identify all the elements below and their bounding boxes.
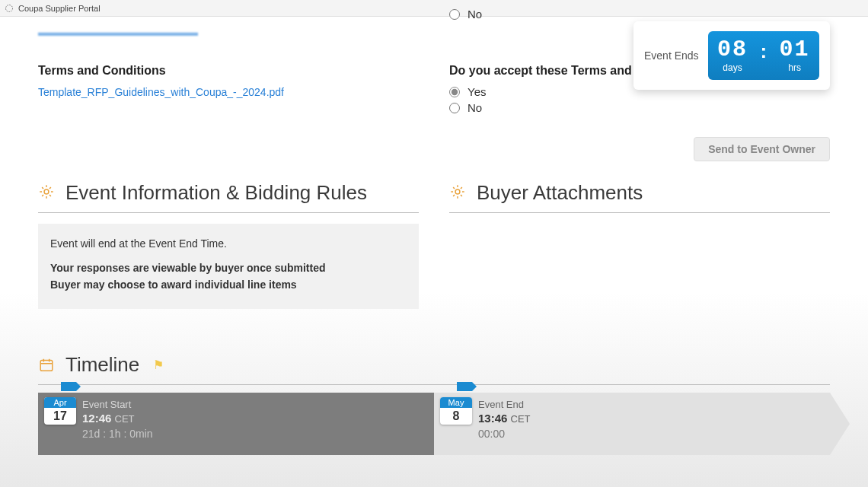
terms-radio-yes-input[interactable] [449, 87, 460, 97]
previous-file-link[interactable]: ▬▬▬▬▬▬▬▬▬▬▬▬▬▬▬ [38, 23, 419, 38]
previous-radio-no-input[interactable] [449, 9, 460, 20]
timeline-header: Timeline ⚑ [38, 347, 830, 385]
terms-radio-no[interactable]: No [449, 101, 830, 114]
timeline-arrow-icon [830, 393, 850, 455]
flag-icon: ⚑ [153, 358, 164, 372]
event-info-box: Event will end at the Event End Time. Yo… [38, 224, 419, 309]
timeline-end-date-badge: May 8 [440, 397, 472, 425]
terms-radio-no-input[interactable] [449, 103, 460, 113]
gear-icon [449, 183, 466, 203]
buyer-attachments-header: Buyer Attachments [449, 175, 830, 213]
event-info-line3: Buyer may choose to award individual lin… [50, 279, 407, 291]
timeline-end-time: 13:46 [478, 412, 507, 425]
countdown-hours-caption: hrs [770, 62, 819, 73]
timeline-end-tz: CET [511, 413, 531, 425]
terms-file-link[interactable]: Template_RFP_Guidelines_with_Coupa_-_202… [38, 86, 284, 98]
buyer-attachments-title: Buyer Attachments [477, 181, 643, 205]
timeline-title: Timeline [65, 353, 139, 377]
timeline-start-day: 17 [44, 408, 76, 425]
previous-radio-no[interactable]: No [449, 8, 830, 21]
event-info-line1: Event will end at the Event End Time. [50, 237, 407, 250]
previous-question-radios: No [449, 8, 830, 21]
timeline-start-marker-icon [61, 382, 76, 391]
timeline-start-tz: CET [115, 413, 135, 425]
svg-point-0 [6, 5, 13, 11]
countdown-days-value: 08 [708, 38, 758, 61]
timeline-end-title: Event End [478, 399, 821, 410]
timeline-start-date-badge: Apr 17 [44, 397, 76, 425]
timeline-start-month: Apr [44, 397, 76, 408]
timeline-start-title: Event Start [82, 399, 425, 410]
event-countdown-card: Event Ends 08 days : 01 hrs [633, 21, 830, 90]
timeline-start-duration: 21d : 1h : 0min [82, 428, 425, 440]
svg-point-2 [455, 189, 460, 194]
svg-rect-3 [40, 360, 53, 371]
svg-point-1 [44, 189, 49, 194]
countdown-separator: : [757, 40, 770, 63]
calendar-icon [38, 357, 55, 374]
timeline-track: Apr 17 Event Start 12:46 CET 21d : 1h : … [38, 393, 830, 463]
send-to-event-owner-button[interactable]: Send to Event Owner [694, 137, 830, 161]
timeline-start-time: 12:46 [82, 412, 111, 425]
countdown-timer: 08 days : 01 hrs [708, 31, 819, 80]
countdown-label: Event Ends [644, 49, 699, 62]
event-info-title: Event Information & Bidding Rules [65, 181, 367, 205]
window-title: Coupa Supplier Portal [18, 4, 101, 13]
app-icon [5, 4, 14, 13]
timeline-end-day: 8 [440, 408, 472, 425]
timeline-end-month: May [440, 397, 472, 408]
event-info-header: Event Information & Bidding Rules [38, 175, 419, 213]
event-info-line2: Your responses are viewable by buyer onc… [50, 262, 407, 274]
timeline-end-marker-icon [457, 382, 472, 391]
countdown-hours-value: 01 [770, 38, 819, 61]
previous-radio-no-label: No [468, 8, 482, 21]
gear-icon [38, 183, 55, 203]
timeline-end-segment: May 8 Event End 13:46 CET 00:00 [434, 393, 830, 455]
timeline-start-segment: Apr 17 Event Start 12:46 CET 21d : 1h : … [38, 393, 434, 455]
countdown-days-caption: days [708, 62, 758, 73]
terms-radio-no-label: No [468, 101, 482, 114]
timeline-end-duration: 00:00 [478, 428, 821, 440]
terms-radio-yes-label: Yes [468, 85, 486, 98]
terms-heading: Terms and Conditions [38, 64, 419, 78]
